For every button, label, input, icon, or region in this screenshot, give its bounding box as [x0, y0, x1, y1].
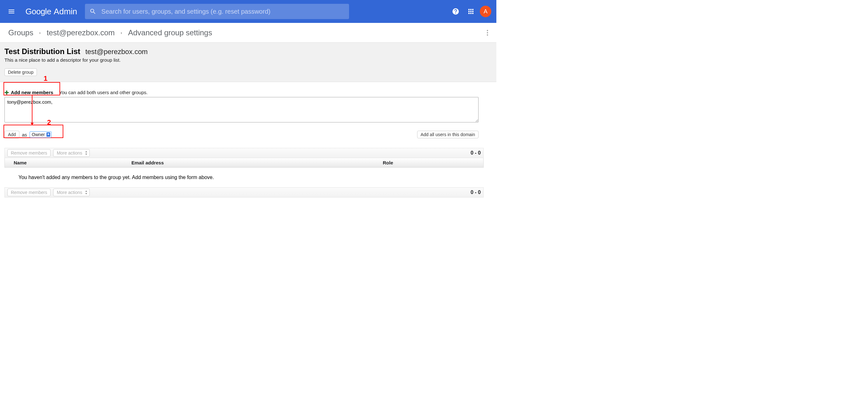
breadcrumb-group-email[interactable]: test@perezbox.com [47, 28, 115, 37]
group-name: Test Distribution List [4, 47, 80, 56]
help-button[interactable] [449, 5, 462, 18]
brand-google: Google [26, 7, 51, 17]
breadcrumb-current: Advanced group settings [128, 28, 212, 37]
members-toolbar-bottom: Remove members More actions 0 - 0 [4, 187, 484, 197]
search-box[interactable] [85, 4, 349, 19]
search-input[interactable] [101, 8, 345, 15]
column-email[interactable]: Email address [131, 160, 383, 165]
more-menu-button[interactable] [483, 28, 493, 38]
empty-members-message: You haven't added any members to the gro… [4, 168, 484, 187]
column-role[interactable]: Role [383, 160, 483, 165]
add-button[interactable]: Add [4, 131, 20, 138]
account-avatar[interactable]: A [480, 6, 491, 17]
add-members-line: Add new members You can add both users a… [4, 90, 492, 95]
members-toolbar-top: Remove members More actions 0 - 0 [4, 148, 484, 158]
add-members-hint: You can add both users and other groups. [59, 90, 148, 95]
avatar-letter: A [484, 8, 488, 15]
column-name[interactable]: Name [14, 160, 131, 165]
more-actions-select[interactable]: More actions [53, 149, 89, 157]
apps-grid-icon [467, 8, 475, 15]
breadcrumb-groups[interactable]: Groups [8, 28, 33, 37]
kebab-dot-icon [487, 34, 488, 36]
plus-icon [4, 90, 9, 95]
as-label: as [22, 132, 27, 137]
group-description: This a nice place to add a descriptor fo… [4, 57, 492, 63]
chevron-updown-icon [85, 151, 88, 156]
role-selected: Owner [32, 132, 45, 137]
breadcrumb-row: Groups test@perezbox.com Advanced group … [0, 23, 496, 43]
breadcrumb: Groups test@perezbox.com Advanced group … [8, 28, 212, 37]
chevron-right-icon [119, 28, 124, 37]
brand-admin: Admin [54, 7, 77, 17]
group-email: test@perezbox.com [85, 48, 148, 56]
select-chevron-icon [46, 132, 50, 137]
help-icon [452, 8, 460, 15]
members-count: 0 - 0 [471, 150, 481, 156]
role-select[interactable]: Owner [30, 131, 52, 138]
members-textarea[interactable] [4, 97, 478, 123]
svg-rect-1 [5, 92, 8, 93]
add-all-domain-button[interactable]: Add all users in this domain [417, 131, 478, 138]
menu-button[interactable] [5, 5, 18, 18]
chevron-updown-icon [85, 190, 88, 195]
members-table-header: Name Email address Role [4, 158, 484, 168]
brand: Google Admin [26, 7, 77, 17]
add-members-heading: Add new members [11, 90, 53, 95]
kebab-dot-icon [487, 30, 488, 31]
remove-members-button[interactable]: Remove members [7, 189, 51, 196]
remove-members-button[interactable]: Remove members [7, 149, 51, 157]
hamburger-icon [8, 8, 15, 15]
delete-group-button[interactable]: Delete group [4, 68, 37, 76]
members-count: 0 - 0 [471, 190, 481, 195]
top-bar: Google Admin A [0, 0, 496, 23]
group-header: Test Distribution List test@perezbox.com… [0, 43, 496, 82]
apps-button[interactable] [465, 5, 477, 18]
search-icon [89, 8, 96, 15]
chevron-right-icon [38, 28, 42, 37]
more-actions-select[interactable]: More actions [53, 189, 89, 196]
kebab-dot-icon [487, 32, 488, 33]
